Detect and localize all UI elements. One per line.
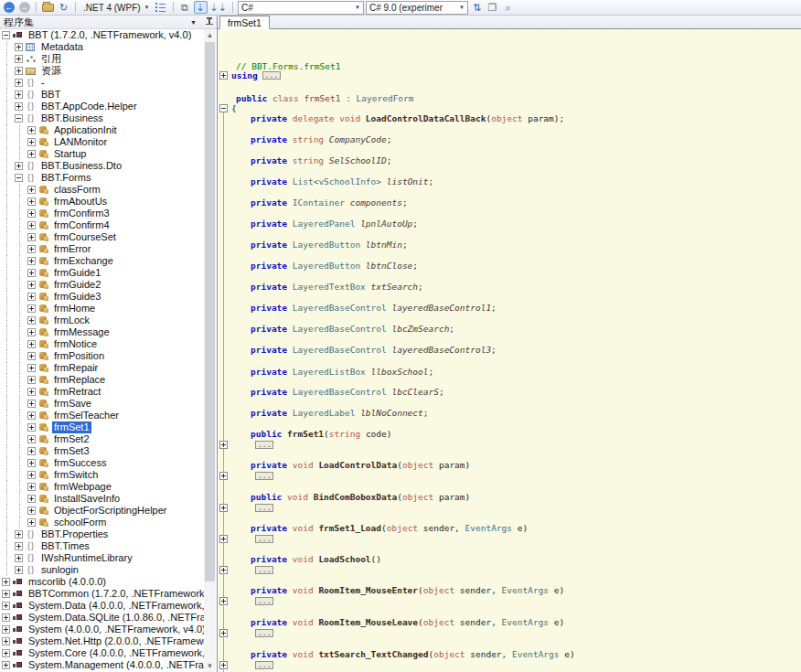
- tree-row[interactable]: frmError: [0, 243, 204, 255]
- tree-row-selected[interactable]: frmSet1: [0, 421, 204, 433]
- refresh-icon[interactable]: ↻: [57, 1, 70, 14]
- fold-expand-icon[interactable]: [219, 535, 228, 543]
- fold-expand-icon[interactable]: [219, 597, 228, 605]
- expand-expander-icon[interactable]: [27, 269, 36, 277]
- tree-row[interactable]: frmExchange: [0, 255, 204, 267]
- tree-row[interactable]: frmSuccess: [0, 457, 204, 469]
- tree-row[interactable]: LANMonitor: [0, 136, 204, 148]
- expand-expander-icon[interactable]: [15, 102, 23, 111]
- open-file-icon[interactable]: [41, 1, 55, 14]
- expand-expander-icon[interactable]: [27, 435, 36, 443]
- fold-expand-icon[interactable]: [219, 504, 228, 512]
- expand-expander-icon[interactable]: [27, 352, 36, 360]
- fold-expand-icon[interactable]: [219, 472, 228, 480]
- collapsed-body-box[interactable]: ...: [255, 441, 273, 449]
- back-icon[interactable]: ←: [2, 1, 16, 14]
- tree-row[interactable]: {}BBT.AppCode.Helper: [0, 101, 204, 112]
- fold-expand-icon[interactable]: [219, 566, 228, 574]
- tree-row[interactable]: frmPosition: [0, 350, 204, 362]
- expand-expander-icon[interactable]: [27, 233, 36, 241]
- expand-expander-icon[interactable]: [27, 138, 36, 146]
- scroll-down-icon[interactable]: ▼: [204, 660, 216, 672]
- search-icon[interactable]: ⌕: [501, 1, 515, 14]
- fold-expand-icon[interactable]: [219, 661, 228, 669]
- expand-expander-icon[interactable]: [27, 328, 36, 336]
- expand-expander-icon[interactable]: [27, 495, 36, 503]
- tree-row[interactable]: Metadata: [0, 41, 204, 53]
- expand-expander-icon[interactable]: [15, 566, 23, 574]
- expand-expander-icon[interactable]: [27, 364, 36, 372]
- scroll-thumb[interactable]: [205, 42, 215, 581]
- tree-row[interactable]: frmSelTeacher: [0, 410, 204, 421]
- expand-expander-icon[interactable]: [27, 376, 36, 384]
- tree-row[interactable]: frmGuide3: [0, 291, 204, 303]
- tree-row[interactable]: InstallSaveInfo: [0, 493, 204, 505]
- expand-expander-icon[interactable]: [27, 483, 36, 491]
- expand-expander-icon[interactable]: [27, 447, 36, 455]
- expand-expander-icon[interactable]: [27, 186, 36, 194]
- tree-row[interactable]: frmSave: [0, 398, 204, 410]
- tree-row[interactable]: frmCourseSet: [0, 231, 204, 243]
- collapse-expander-icon[interactable]: [15, 114, 23, 123]
- tree-row[interactable]: frmNotice: [0, 338, 204, 350]
- tree-row[interactable]: {}BBT.Times: [0, 540, 204, 552]
- expand-expander-icon[interactable]: [15, 162, 23, 170]
- expand-expander-icon[interactable]: [2, 637, 10, 645]
- fold-expand-icon[interactable]: [219, 441, 228, 449]
- sort-assemblies-icon[interactable]: ⇅: [470, 1, 484, 14]
- collapsed-body-box[interactable]: ...: [255, 597, 273, 605]
- expand-expander-icon[interactable]: [2, 590, 10, 598]
- decompiled-code-view[interactable]: // BBT.Forms.frmSet1using...public class…: [218, 29, 801, 672]
- fold-expand-icon[interactable]: [219, 71, 228, 80]
- expand-expander-icon[interactable]: [27, 281, 36, 289]
- expand-expander-icon[interactable]: [15, 554, 23, 562]
- fold-expand-icon[interactable]: [219, 629, 228, 637]
- expand-expander-icon[interactable]: [15, 91, 23, 99]
- expand-expander-icon[interactable]: [15, 542, 23, 550]
- expand-expander-icon[interactable]: [2, 661, 10, 669]
- expand-expander-icon[interactable]: [15, 79, 23, 87]
- tree-row[interactable]: frmSet3: [0, 445, 204, 457]
- tree-row[interactable]: frmGuide2: [0, 279, 204, 291]
- expand-expander-icon[interactable]: [27, 316, 36, 325]
- expand-expander-icon[interactable]: [27, 221, 36, 229]
- collapsed-body-box[interactable]: ...: [255, 472, 273, 480]
- collapsed-body-box[interactable]: ...: [255, 629, 273, 637]
- collapse-expander-icon[interactable]: [2, 31, 10, 39]
- tree-row[interactable]: {}BBT.Properties: [0, 528, 204, 540]
- tree-row[interactable]: System.Data.SQLite (1.0.86.0, .NETFrame: [0, 612, 204, 624]
- tree-row[interactable]: 引用: [0, 53, 204, 65]
- expand-expander-icon[interactable]: [2, 613, 10, 622]
- tree-row[interactable]: frmGuide1: [0, 267, 204, 279]
- tree-row[interactable]: frmSet2: [0, 433, 204, 445]
- expand-expander-icon[interactable]: [27, 400, 36, 408]
- tree-row[interactable]: System (4.0.0.0, .NETFramework, v4.0): [0, 624, 204, 635]
- tree-row[interactable]: frmConfirm4: [0, 219, 204, 231]
- tree-row[interactable]: Startup: [0, 148, 204, 160]
- tree-row[interactable]: System.Net.Http (2.0.0.0, .NETFramewor: [0, 635, 204, 647]
- tree-row[interactable]: System.Core (4.0.0.0, .NETFramework, v: [0, 647, 204, 659]
- expand-expander-icon[interactable]: [27, 518, 36, 527]
- tree-row[interactable]: System.Data (4.0.0.0, .NETFramework, v: [0, 600, 204, 612]
- tree-row[interactable]: 资源: [0, 65, 204, 77]
- expand-expander-icon[interactable]: [27, 340, 36, 348]
- expand-expander-icon[interactable]: [27, 245, 36, 253]
- expand-expander-icon[interactable]: [2, 578, 10, 586]
- tree-row[interactable]: frmRepair: [0, 362, 204, 374]
- expand-expander-icon[interactable]: [27, 471, 36, 479]
- expand-expander-icon[interactable]: [27, 293, 36, 301]
- tree-row[interactable]: System.Management (4.0.0.0, .NETFram: [0, 659, 204, 671]
- tree-row[interactable]: frmReplace: [0, 374, 204, 386]
- expand-expander-icon[interactable]: [27, 388, 36, 396]
- show-internal-members-icon[interactable]: ⇣: [194, 1, 208, 14]
- runtime-combo[interactable]: .NET 4 (WPF)▼: [80, 1, 153, 15]
- tree-row[interactable]: frmHome: [0, 303, 204, 315]
- tree-row[interactable]: {}-: [0, 77, 204, 89]
- language-combo[interactable]: C#▼: [238, 1, 364, 15]
- collapse-tree-icon[interactable]: [155, 1, 168, 14]
- tree-row[interactable]: frmRetract: [0, 386, 204, 398]
- expand-expander-icon[interactable]: [27, 209, 36, 218]
- expand-expander-icon[interactable]: [2, 625, 10, 634]
- expand-expander-icon[interactable]: [2, 602, 10, 610]
- pin-icon[interactable]: [206, 17, 213, 27]
